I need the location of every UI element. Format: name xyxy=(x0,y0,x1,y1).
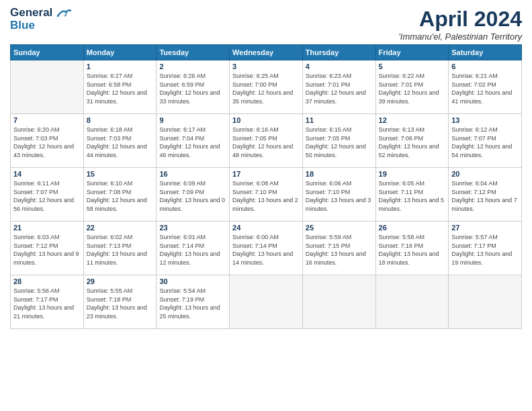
logo-line1: General xyxy=(10,7,71,19)
calendar-cell: 7 Sunrise: 6:20 AM Sunset: 7:03 PM Dayli… xyxy=(11,114,84,168)
calendar-cell: 22 Sunrise: 6:02 AM Sunset: 7:13 PM Dayl… xyxy=(83,222,157,275)
day-number: 2 xyxy=(159,62,226,71)
calendar-cell: 12 Sunrise: 6:13 AM Sunset: 7:06 PM Dayl… xyxy=(375,114,449,168)
day-info: Sunrise: 6:13 AM Sunset: 7:06 PM Dayligh… xyxy=(379,126,446,159)
day-info: Sunrise: 6:21 AM Sunset: 7:02 PM Dayligh… xyxy=(451,72,519,105)
calendar-cell: 21 Sunrise: 6:03 AM Sunset: 7:12 PM Dayl… xyxy=(11,222,84,275)
day-info: Sunrise: 5:59 AM Sunset: 7:15 PM Dayligh… xyxy=(306,233,373,267)
day-info: Sunrise: 6:08 AM Sunset: 7:10 PM Dayligh… xyxy=(232,179,300,213)
day-info: Sunrise: 6:06 AM Sunset: 7:10 PM Dayligh… xyxy=(306,179,373,213)
calendar-cell: 2 Sunrise: 6:26 AM Sunset: 6:59 PM Dayli… xyxy=(157,60,230,114)
day-number: 19 xyxy=(379,170,446,178)
col-friday: Friday xyxy=(375,45,449,60)
day-info: Sunrise: 6:11 AM Sunset: 7:07 PM Dayligh… xyxy=(13,179,81,213)
day-number: 8 xyxy=(87,116,154,124)
day-info: Sunrise: 6:16 AM Sunset: 7:05 PM Dayligh… xyxy=(232,126,300,159)
col-thursday: Thursday xyxy=(302,45,375,60)
calendar-cell: 26 Sunrise: 5:58 AM Sunset: 7:16 PM Dayl… xyxy=(375,222,449,275)
calendar-cell xyxy=(230,275,303,329)
day-info: Sunrise: 6:23 AM Sunset: 7:01 PM Dayligh… xyxy=(306,72,373,105)
day-number: 15 xyxy=(87,170,154,178)
calendar-cell: 13 Sunrise: 6:12 AM Sunset: 7:07 PM Dayl… xyxy=(449,114,522,168)
day-number: 28 xyxy=(13,277,81,285)
calendar-cell: 16 Sunrise: 6:09 AM Sunset: 7:09 PM Dayl… xyxy=(157,168,230,222)
calendar-cell xyxy=(11,60,84,114)
day-number: 21 xyxy=(13,224,81,232)
day-number: 23 xyxy=(159,224,226,232)
col-tuesday: Tuesday xyxy=(157,45,230,60)
logo-line2: Blue xyxy=(10,19,71,32)
calendar-cell: 5 Sunrise: 6:22 AM Sunset: 7:01 PM Dayli… xyxy=(375,60,449,114)
day-info: Sunrise: 6:12 AM Sunset: 7:07 PM Dayligh… xyxy=(451,126,519,159)
header: General Blue April 2024 'Immanu'el, Pale… xyxy=(10,7,522,42)
calendar-week-1: 7 Sunrise: 6:20 AM Sunset: 7:03 PM Dayli… xyxy=(11,114,522,168)
day-info: Sunrise: 6:15 AM Sunset: 7:05 PM Dayligh… xyxy=(306,126,373,159)
day-number: 20 xyxy=(451,170,519,178)
calendar-cell xyxy=(302,275,375,329)
page-container: General Blue April 2024 'Immanu'el, Pale… xyxy=(0,0,532,336)
day-info: Sunrise: 6:20 AM Sunset: 7:03 PM Dayligh… xyxy=(13,126,81,159)
day-info: Sunrise: 5:56 AM Sunset: 7:17 PM Dayligh… xyxy=(13,287,81,320)
day-number: 12 xyxy=(379,116,446,124)
calendar-cell: 9 Sunrise: 6:17 AM Sunset: 7:04 PM Dayli… xyxy=(157,114,230,168)
calendar-cell: 15 Sunrise: 6:10 AM Sunset: 7:08 PM Dayl… xyxy=(83,168,157,222)
calendar-cell: 28 Sunrise: 5:56 AM Sunset: 7:17 PM Dayl… xyxy=(11,275,84,329)
calendar-cell xyxy=(375,275,449,329)
col-sunday: Sunday xyxy=(11,45,84,60)
calendar-cell: 10 Sunrise: 6:16 AM Sunset: 7:05 PM Dayl… xyxy=(230,114,303,168)
day-number: 18 xyxy=(306,170,373,178)
calendar-cell: 3 Sunrise: 6:25 AM Sunset: 7:00 PM Dayli… xyxy=(230,60,303,114)
day-info: Sunrise: 6:04 AM Sunset: 7:12 PM Dayligh… xyxy=(451,179,519,213)
day-info: Sunrise: 6:10 AM Sunset: 7:08 PM Dayligh… xyxy=(87,179,154,213)
calendar-cell: 8 Sunrise: 6:18 AM Sunset: 7:03 PM Dayli… xyxy=(83,114,157,168)
day-info: Sunrise: 5:58 AM Sunset: 7:16 PM Dayligh… xyxy=(379,233,446,267)
day-number: 29 xyxy=(87,277,154,285)
month-title: April 2024 xyxy=(398,7,522,32)
calendar-week-2: 14 Sunrise: 6:11 AM Sunset: 7:07 PM Dayl… xyxy=(11,168,522,222)
day-number: 27 xyxy=(451,224,519,232)
day-info: Sunrise: 6:22 AM Sunset: 7:01 PM Dayligh… xyxy=(379,72,446,105)
day-info: Sunrise: 6:03 AM Sunset: 7:12 PM Dayligh… xyxy=(13,233,81,267)
calendar-cell: 19 Sunrise: 6:05 AM Sunset: 7:11 PM Dayl… xyxy=(375,168,449,222)
col-monday: Monday xyxy=(83,45,157,60)
day-info: Sunrise: 6:27 AM Sunset: 6:58 PM Dayligh… xyxy=(87,72,154,105)
day-number: 26 xyxy=(379,224,446,232)
calendar-table: Sunday Monday Tuesday Wednesday Thursday… xyxy=(10,44,522,329)
day-number: 6 xyxy=(451,62,519,71)
header-row: Sunday Monday Tuesday Wednesday Thursday… xyxy=(11,45,522,60)
day-number: 11 xyxy=(306,116,373,124)
col-saturday: Saturday xyxy=(449,45,522,60)
day-number: 30 xyxy=(159,277,226,285)
calendar-cell: 1 Sunrise: 6:27 AM Sunset: 6:58 PM Dayli… xyxy=(83,60,157,114)
calendar-week-3: 21 Sunrise: 6:03 AM Sunset: 7:12 PM Dayl… xyxy=(11,222,522,275)
calendar-cell: 20 Sunrise: 6:04 AM Sunset: 7:12 PM Dayl… xyxy=(449,168,522,222)
day-number: 16 xyxy=(159,170,226,178)
calendar-cell: 25 Sunrise: 5:59 AM Sunset: 7:15 PM Dayl… xyxy=(302,222,375,275)
day-number: 25 xyxy=(306,224,373,232)
day-number: 10 xyxy=(232,116,300,124)
day-info: Sunrise: 6:25 AM Sunset: 7:00 PM Dayligh… xyxy=(232,72,300,105)
title-section: April 2024 'Immanu'el, Palestinian Terri… xyxy=(398,7,522,42)
day-number: 9 xyxy=(159,116,226,124)
day-number: 22 xyxy=(87,224,154,232)
calendar-week-0: 1 Sunrise: 6:27 AM Sunset: 6:58 PM Dayli… xyxy=(11,60,522,114)
logo: General Blue xyxy=(10,7,71,32)
day-number: 5 xyxy=(379,62,446,71)
day-info: Sunrise: 6:09 AM Sunset: 7:09 PM Dayligh… xyxy=(159,179,226,213)
day-number: 4 xyxy=(306,62,373,71)
calendar-week-4: 28 Sunrise: 5:56 AM Sunset: 7:17 PM Dayl… xyxy=(11,275,522,329)
day-number: 7 xyxy=(13,116,81,124)
calendar-cell: 24 Sunrise: 6:00 AM Sunset: 7:14 PM Dayl… xyxy=(230,222,303,275)
calendar-cell: 17 Sunrise: 6:08 AM Sunset: 7:10 PM Dayl… xyxy=(230,168,303,222)
calendar-cell: 14 Sunrise: 6:11 AM Sunset: 7:07 PM Dayl… xyxy=(11,168,84,222)
day-number: 1 xyxy=(87,62,154,71)
calendar-cell: 29 Sunrise: 5:55 AM Sunset: 7:18 PM Dayl… xyxy=(83,275,157,329)
calendar-cell: 23 Sunrise: 6:01 AM Sunset: 7:14 PM Dayl… xyxy=(157,222,230,275)
day-info: Sunrise: 6:05 AM Sunset: 7:11 PM Dayligh… xyxy=(379,179,446,213)
calendar-cell: 30 Sunrise: 5:54 AM Sunset: 7:19 PM Dayl… xyxy=(157,275,230,329)
calendar-cell: 27 Sunrise: 5:57 AM Sunset: 7:17 PM Dayl… xyxy=(449,222,522,275)
day-number: 3 xyxy=(232,62,300,71)
day-info: Sunrise: 6:00 AM Sunset: 7:14 PM Dayligh… xyxy=(232,233,300,267)
col-wednesday: Wednesday xyxy=(230,45,303,60)
day-number: 14 xyxy=(13,170,81,178)
